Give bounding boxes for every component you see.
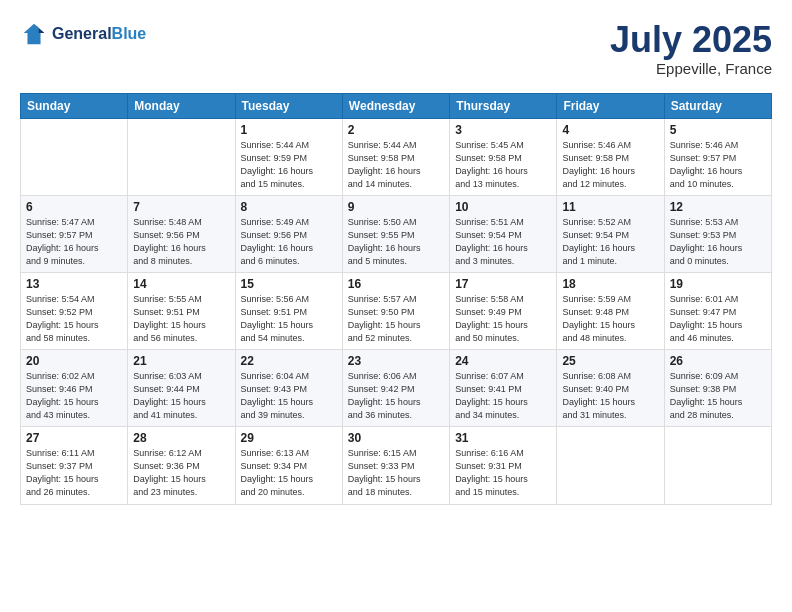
- calendar-cell: 25Sunrise: 6:08 AM Sunset: 9:40 PM Dayli…: [557, 350, 664, 427]
- day-number: 30: [348, 431, 444, 445]
- calendar-cell: [557, 427, 664, 504]
- day-info: Sunrise: 5:51 AM Sunset: 9:54 PM Dayligh…: [455, 216, 551, 268]
- calendar-cell: 17Sunrise: 5:58 AM Sunset: 9:49 PM Dayli…: [450, 272, 557, 349]
- day-info: Sunrise: 5:44 AM Sunset: 9:58 PM Dayligh…: [348, 139, 444, 191]
- day-number: 13: [26, 277, 122, 291]
- svg-marker-0: [24, 24, 45, 45]
- calendar-week-row: 27Sunrise: 6:11 AM Sunset: 9:37 PM Dayli…: [21, 427, 772, 504]
- calendar-cell: 23Sunrise: 6:06 AM Sunset: 9:42 PM Dayli…: [342, 350, 449, 427]
- calendar-cell: 4Sunrise: 5:46 AM Sunset: 9:58 PM Daylig…: [557, 118, 664, 195]
- calendar-cell: 16Sunrise: 5:57 AM Sunset: 9:50 PM Dayli…: [342, 272, 449, 349]
- day-info: Sunrise: 5:45 AM Sunset: 9:58 PM Dayligh…: [455, 139, 551, 191]
- weekday-header: Monday: [128, 93, 235, 118]
- calendar-cell: 22Sunrise: 6:04 AM Sunset: 9:43 PM Dayli…: [235, 350, 342, 427]
- day-info: Sunrise: 6:01 AM Sunset: 9:47 PM Dayligh…: [670, 293, 766, 345]
- calendar-cell: 11Sunrise: 5:52 AM Sunset: 9:54 PM Dayli…: [557, 195, 664, 272]
- day-number: 26: [670, 354, 766, 368]
- day-number: 21: [133, 354, 229, 368]
- calendar-cell: 21Sunrise: 6:03 AM Sunset: 9:44 PM Dayli…: [128, 350, 235, 427]
- logo: GeneralBlue: [20, 20, 146, 48]
- day-number: 18: [562, 277, 658, 291]
- day-number: 2: [348, 123, 444, 137]
- calendar-cell: 10Sunrise: 5:51 AM Sunset: 9:54 PM Dayli…: [450, 195, 557, 272]
- weekday-header: Tuesday: [235, 93, 342, 118]
- day-info: Sunrise: 6:08 AM Sunset: 9:40 PM Dayligh…: [562, 370, 658, 422]
- calendar-cell: 20Sunrise: 6:02 AM Sunset: 9:46 PM Dayli…: [21, 350, 128, 427]
- day-number: 20: [26, 354, 122, 368]
- logo-icon: [20, 20, 48, 48]
- day-number: 24: [455, 354, 551, 368]
- title-block: July 2025 Eppeville, France: [610, 20, 772, 77]
- month-title: July 2025: [610, 20, 772, 60]
- calendar-cell: 24Sunrise: 6:07 AM Sunset: 9:41 PM Dayli…: [450, 350, 557, 427]
- day-info: Sunrise: 6:07 AM Sunset: 9:41 PM Dayligh…: [455, 370, 551, 422]
- day-info: Sunrise: 5:46 AM Sunset: 9:57 PM Dayligh…: [670, 139, 766, 191]
- weekday-header: Friday: [557, 93, 664, 118]
- calendar-week-row: 20Sunrise: 6:02 AM Sunset: 9:46 PM Dayli…: [21, 350, 772, 427]
- day-info: Sunrise: 6:03 AM Sunset: 9:44 PM Dayligh…: [133, 370, 229, 422]
- day-info: Sunrise: 6:12 AM Sunset: 9:36 PM Dayligh…: [133, 447, 229, 499]
- calendar-cell: 13Sunrise: 5:54 AM Sunset: 9:52 PM Dayli…: [21, 272, 128, 349]
- day-info: Sunrise: 5:57 AM Sunset: 9:50 PM Dayligh…: [348, 293, 444, 345]
- day-number: 27: [26, 431, 122, 445]
- day-number: 31: [455, 431, 551, 445]
- day-number: 12: [670, 200, 766, 214]
- day-info: Sunrise: 5:53 AM Sunset: 9:53 PM Dayligh…: [670, 216, 766, 268]
- day-number: 15: [241, 277, 337, 291]
- calendar-cell: 5Sunrise: 5:46 AM Sunset: 9:57 PM Daylig…: [664, 118, 771, 195]
- calendar-cell: 3Sunrise: 5:45 AM Sunset: 9:58 PM Daylig…: [450, 118, 557, 195]
- day-info: Sunrise: 5:54 AM Sunset: 9:52 PM Dayligh…: [26, 293, 122, 345]
- day-info: Sunrise: 6:02 AM Sunset: 9:46 PM Dayligh…: [26, 370, 122, 422]
- day-info: Sunrise: 6:11 AM Sunset: 9:37 PM Dayligh…: [26, 447, 122, 499]
- calendar-cell: 1Sunrise: 5:44 AM Sunset: 9:59 PM Daylig…: [235, 118, 342, 195]
- calendar-cell: 28Sunrise: 6:12 AM Sunset: 9:36 PM Dayli…: [128, 427, 235, 504]
- day-number: 11: [562, 200, 658, 214]
- calendar-cell: 29Sunrise: 6:13 AM Sunset: 9:34 PM Dayli…: [235, 427, 342, 504]
- day-info: Sunrise: 5:44 AM Sunset: 9:59 PM Dayligh…: [241, 139, 337, 191]
- day-info: Sunrise: 5:52 AM Sunset: 9:54 PM Dayligh…: [562, 216, 658, 268]
- day-info: Sunrise: 5:49 AM Sunset: 9:56 PM Dayligh…: [241, 216, 337, 268]
- day-number: 10: [455, 200, 551, 214]
- day-info: Sunrise: 6:16 AM Sunset: 9:31 PM Dayligh…: [455, 447, 551, 499]
- calendar-cell: [128, 118, 235, 195]
- weekday-header: Wednesday: [342, 93, 449, 118]
- day-number: 17: [455, 277, 551, 291]
- day-number: 1: [241, 123, 337, 137]
- calendar-cell: 18Sunrise: 5:59 AM Sunset: 9:48 PM Dayli…: [557, 272, 664, 349]
- day-info: Sunrise: 6:15 AM Sunset: 9:33 PM Dayligh…: [348, 447, 444, 499]
- logo-text: GeneralBlue: [52, 25, 146, 43]
- weekday-header-row: SundayMondayTuesdayWednesdayThursdayFrid…: [21, 93, 772, 118]
- day-info: Sunrise: 5:48 AM Sunset: 9:56 PM Dayligh…: [133, 216, 229, 268]
- calendar-cell: 30Sunrise: 6:15 AM Sunset: 9:33 PM Dayli…: [342, 427, 449, 504]
- calendar-table: SundayMondayTuesdayWednesdayThursdayFrid…: [20, 93, 772, 505]
- calendar-cell: 6Sunrise: 5:47 AM Sunset: 9:57 PM Daylig…: [21, 195, 128, 272]
- calendar-cell: [21, 118, 128, 195]
- calendar-cell: 9Sunrise: 5:50 AM Sunset: 9:55 PM Daylig…: [342, 195, 449, 272]
- calendar-cell: 8Sunrise: 5:49 AM Sunset: 9:56 PM Daylig…: [235, 195, 342, 272]
- page-header: GeneralBlue July 2025 Eppeville, France: [20, 20, 772, 77]
- day-info: Sunrise: 5:58 AM Sunset: 9:49 PM Dayligh…: [455, 293, 551, 345]
- calendar-cell: 19Sunrise: 6:01 AM Sunset: 9:47 PM Dayli…: [664, 272, 771, 349]
- day-info: Sunrise: 5:50 AM Sunset: 9:55 PM Dayligh…: [348, 216, 444, 268]
- day-info: Sunrise: 6:09 AM Sunset: 9:38 PM Dayligh…: [670, 370, 766, 422]
- day-info: Sunrise: 5:59 AM Sunset: 9:48 PM Dayligh…: [562, 293, 658, 345]
- weekday-header: Sunday: [21, 93, 128, 118]
- day-number: 8: [241, 200, 337, 214]
- day-number: 16: [348, 277, 444, 291]
- location: Eppeville, France: [610, 60, 772, 77]
- day-number: 28: [133, 431, 229, 445]
- day-number: 14: [133, 277, 229, 291]
- calendar-week-row: 6Sunrise: 5:47 AM Sunset: 9:57 PM Daylig…: [21, 195, 772, 272]
- calendar-cell: 15Sunrise: 5:56 AM Sunset: 9:51 PM Dayli…: [235, 272, 342, 349]
- day-number: 5: [670, 123, 766, 137]
- day-number: 23: [348, 354, 444, 368]
- calendar-week-row: 1Sunrise: 5:44 AM Sunset: 9:59 PM Daylig…: [21, 118, 772, 195]
- weekday-header: Thursday: [450, 93, 557, 118]
- day-number: 6: [26, 200, 122, 214]
- day-info: Sunrise: 5:47 AM Sunset: 9:57 PM Dayligh…: [26, 216, 122, 268]
- weekday-header: Saturday: [664, 93, 771, 118]
- calendar-cell: 14Sunrise: 5:55 AM Sunset: 9:51 PM Dayli…: [128, 272, 235, 349]
- calendar-cell: 12Sunrise: 5:53 AM Sunset: 9:53 PM Dayli…: [664, 195, 771, 272]
- day-number: 19: [670, 277, 766, 291]
- day-number: 22: [241, 354, 337, 368]
